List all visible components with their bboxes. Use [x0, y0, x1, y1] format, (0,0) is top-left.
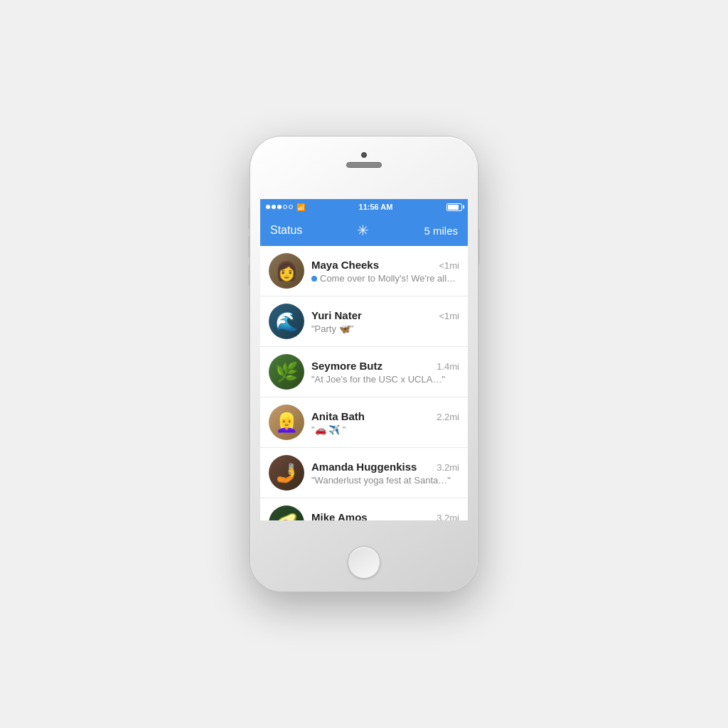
list-item[interactable]: 🌊 Yuri Nater <1mi "Party 🦋"	[260, 296, 468, 347]
user-status: "At Joe's for the USC x UCLA…"	[311, 374, 459, 385]
avatar-image: 🌊	[275, 312, 298, 331]
status-dot	[311, 276, 317, 282]
user-distance: <1mi	[439, 260, 459, 271]
distance-filter[interactable]: 5 miles	[424, 225, 458, 237]
signal-indicator	[266, 205, 293, 209]
user-distance: <1mi	[439, 311, 459, 321]
item-info: Yuri Nater <1mi "Party 🦋"	[311, 309, 459, 334]
list-item[interactable]: 👱‍♀️ Anita Bath 2.2mi "🚗 ✈️ "	[260, 397, 468, 448]
camera	[361, 152, 367, 158]
list-item[interactable]: 👩 Maya Cheeks <1mi Come over to Molly's!…	[260, 246, 468, 296]
avatar-image: 🌿	[275, 363, 298, 381]
signal-dot-4	[283, 205, 287, 209]
home-button[interactable]	[348, 546, 380, 579]
user-list: 👩 Maya Cheeks <1mi Come over to Molly's!…	[260, 246, 468, 520]
item-info: Maya Cheeks <1mi Come over to Molly's! W…	[311, 259, 459, 284]
user-status: "🚗 ✈️ "	[311, 424, 459, 435]
user-name: Amanda Huggenkiss	[311, 461, 417, 473]
user-name: Seymore Butz	[311, 360, 382, 372]
list-item[interactable]: 🌿 Seymore Butz 1.4mi "At Joe's for the U…	[260, 347, 468, 397]
nav-bar: Status ✳ 5 miles	[260, 215, 468, 246]
settings-icon[interactable]: ✳	[357, 222, 369, 239]
list-item[interactable]: 🥑 Mike Amos 3.2mi →Working . .	[260, 498, 468, 520]
user-distance: 3.2mi	[437, 462, 459, 473]
user-name: Yuri Nater	[311, 309, 362, 321]
item-header: Amanda Huggenkiss 3.2mi	[311, 461, 459, 473]
item-info: Anita Bath 2.2mi "🚗 ✈️ "	[311, 410, 459, 435]
phone-device: 📶 11:56 AM Status ✳ 5 miles 👩	[250, 136, 478, 592]
user-status: Come over to Molly's! We're all…	[311, 273, 459, 284]
avatar-image: 👩	[275, 262, 298, 280]
battery-indicator	[446, 203, 462, 211]
user-distance: 1.4mi	[437, 361, 459, 372]
avatar: 🤳	[269, 455, 304, 491]
phone-shell: 📶 11:56 AM Status ✳ 5 miles 👩	[250, 136, 478, 592]
list-item[interactable]: 🤳 Amanda Huggenkiss 3.2mi "Wanderlust yo…	[260, 448, 468, 498]
user-status: "Wanderlust yoga fest at Santa…"	[311, 475, 459, 486]
wifi-icon: 📶	[296, 203, 305, 211]
avatar: 🌿	[269, 354, 304, 390]
item-header: Seymore Butz 1.4mi	[311, 360, 459, 372]
item-info: Seymore Butz 1.4mi "At Joe's for the USC…	[311, 360, 459, 385]
user-name: Anita Bath	[311, 410, 365, 422]
avatar: 👱‍♀️	[269, 405, 304, 440]
avatar: 👩	[269, 253, 304, 289]
avatar-image: 🤳	[275, 464, 298, 482]
item-header: Maya Cheeks <1mi	[311, 259, 459, 271]
status-bar-right	[446, 203, 462, 211]
speaker	[346, 162, 382, 168]
signal-dot-5	[289, 205, 293, 209]
item-info: Amanda Huggenkiss 3.2mi "Wanderlust yoga…	[311, 461, 459, 486]
signal-dot-1	[266, 205, 270, 209]
item-header: Anita Bath 2.2mi	[311, 410, 459, 422]
status-bar-time: 11:56 AM	[359, 203, 393, 211]
user-name: Mike Amos	[311, 511, 368, 521]
status-bar-left: 📶	[266, 203, 305, 211]
item-header: Mike Amos 3.2mi	[311, 511, 459, 521]
nav-title: Status	[270, 224, 302, 237]
avatar-image: 🥑	[275, 514, 298, 520]
screen: 📶 11:56 AM Status ✳ 5 miles 👩	[260, 199, 468, 520]
user-name: Maya Cheeks	[311, 259, 379, 271]
signal-dot-3	[277, 205, 282, 209]
avatar: 🥑	[269, 505, 304, 520]
user-distance: 3.2mi	[437, 513, 459, 521]
item-info: Mike Amos 3.2mi →Working . .	[311, 511, 459, 521]
avatar-image: 👱‍♀️	[275, 413, 298, 432]
avatar: 🌊	[269, 304, 304, 339]
signal-dot-2	[272, 205, 276, 209]
user-distance: 2.2mi	[437, 412, 459, 422]
phone-top-elements	[346, 152, 382, 168]
battery-fill	[448, 205, 459, 210]
user-status: "Party 🦋"	[311, 323, 459, 334]
item-header: Yuri Nater <1mi	[311, 309, 459, 321]
status-bar: 📶 11:56 AM	[260, 199, 468, 215]
